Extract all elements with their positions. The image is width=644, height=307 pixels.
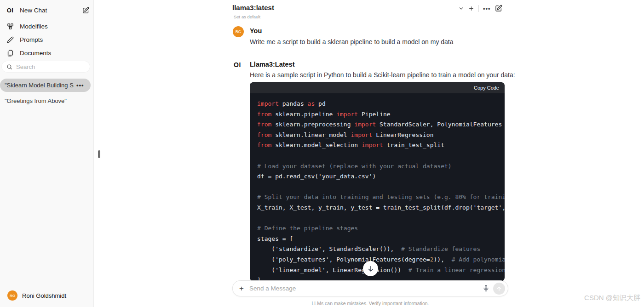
code-token: )), bbox=[434, 256, 452, 263]
watermark-text: CSDN @知识大胖 bbox=[584, 294, 640, 302]
code-block-header: Copy Code bbox=[250, 82, 505, 93]
code-token: ('poly_features', PolynomialFeatures(deg… bbox=[257, 256, 430, 263]
edit-new-chat-icon[interactable] bbox=[82, 7, 89, 14]
code-token: train_test_split bbox=[383, 142, 444, 148]
code-token: # Load your dataset (replace with your a… bbox=[257, 163, 452, 170]
header-divider bbox=[478, 5, 479, 12]
sidebar-item-documents[interactable]: Documents bbox=[0, 47, 94, 59]
code-token: import bbox=[336, 111, 358, 118]
app-window: OI New Chat Modelfiles Prompts Documents bbox=[0, 0, 644, 307]
code-token: import bbox=[351, 131, 373, 138]
code-token: ('linear_model', LinearRegression()) bbox=[257, 267, 408, 273]
code-block: Copy Code import pandas as pd from sklea… bbox=[250, 82, 505, 281]
user-profile-button[interactable]: RG Roni Goldshmidt bbox=[7, 290, 90, 301]
code-token: stages = [ bbox=[257, 235, 293, 242]
code-token: import bbox=[257, 100, 279, 107]
user-message-text: Write me a script to build a skleran pip… bbox=[250, 38, 454, 45]
code-token: from bbox=[257, 142, 271, 148]
code-token: # Split your data into training and test… bbox=[257, 193, 505, 200]
code-token: sklearn.preprocessing bbox=[271, 121, 354, 128]
scroll-to-bottom-button[interactable] bbox=[363, 261, 378, 276]
prompts-icon bbox=[6, 36, 15, 43]
sidebar-resize-handle[interactable] bbox=[98, 150, 100, 158]
code-token: StandardScaler, PolynomialFeatures bbox=[376, 121, 502, 128]
code-token: from bbox=[257, 121, 271, 128]
code-token: # Train a linear regression model bbox=[408, 267, 505, 273]
code-token: pandas bbox=[279, 100, 308, 107]
code-token: import bbox=[354, 121, 376, 128]
code-token: from bbox=[257, 111, 271, 118]
sidebar: OI New Chat Modelfiles Prompts Documents bbox=[0, 0, 94, 307]
send-message-button[interactable] bbox=[493, 283, 505, 295]
code-token: X_train, X_test, y_train, y_test = train… bbox=[257, 204, 505, 211]
assistant-message-intro: Here is a sample script in Python to bui… bbox=[250, 71, 515, 79]
code-token: sklearn.pipeline bbox=[271, 111, 336, 118]
edit-chat-icon[interactable] bbox=[495, 5, 502, 12]
add-model-icon[interactable] bbox=[468, 6, 474, 11]
code-token: df = pd.read_csv('your_data.csv') bbox=[257, 173, 376, 180]
model-selector[interactable]: llama3:latest bbox=[232, 4, 274, 11]
code-token: # Define the pipeline stages bbox=[257, 225, 358, 232]
code-token: as bbox=[308, 100, 315, 107]
assistant-message-avatar: OI bbox=[234, 61, 241, 68]
code-token: from bbox=[257, 131, 271, 138]
code-token: 2 bbox=[430, 256, 434, 263]
new-chat-button[interactable]: OI New Chat bbox=[0, 4, 94, 17]
message-composer: + bbox=[232, 280, 508, 296]
microphone-icon[interactable] bbox=[483, 285, 489, 292]
chat-item-menu-icon[interactable]: ••• bbox=[76, 82, 84, 89]
chat-history-item[interactable]: "Greetings from Above" bbox=[5, 97, 90, 105]
code-token: # Add polynomial features bbox=[452, 256, 505, 263]
sidebar-item-label: Modelfiles bbox=[20, 23, 48, 30]
attach-file-icon[interactable]: + bbox=[239, 284, 244, 292]
new-chat-label: New Chat bbox=[20, 7, 82, 14]
message-input[interactable] bbox=[249, 285, 483, 292]
code-content: import pandas as pd from sklearn.pipelin… bbox=[250, 93, 505, 281]
more-options-icon[interactable]: ••• bbox=[483, 5, 491, 12]
chat-history-item-selected[interactable]: "Sklearn Model Building Script" ••• bbox=[0, 79, 91, 92]
modelfiles-icon bbox=[6, 23, 15, 30]
openwebui-logo: OI bbox=[5, 7, 16, 14]
user-avatar: RG bbox=[7, 290, 17, 301]
set-as-default-link[interactable]: Set as default bbox=[234, 14, 260, 19]
code-token: LinearRegression bbox=[372, 131, 433, 138]
code-token: Pipeline bbox=[358, 111, 390, 118]
code-token: sklearn.model_selection bbox=[271, 142, 362, 148]
documents-icon bbox=[6, 50, 15, 57]
user-message-avatar: RG bbox=[233, 26, 244, 37]
code-token: pd bbox=[315, 100, 325, 107]
sidebar-item-modelfiles[interactable]: Modelfiles bbox=[0, 20, 94, 32]
code-token: import bbox=[362, 142, 383, 148]
code-token: sklearn.linear_model bbox=[271, 131, 351, 138]
sidebar-item-label: Prompts bbox=[20, 36, 43, 43]
chevron-down-icon[interactable] bbox=[458, 6, 464, 11]
user-message-name: You bbox=[250, 27, 262, 34]
search-bar[interactable] bbox=[2, 61, 90, 72]
sidebar-item-label: Documents bbox=[20, 50, 51, 57]
code-token: # Standardize features bbox=[401, 245, 480, 252]
code-token: ('standardize', StandardScaler()), bbox=[257, 245, 401, 252]
sidebar-item-prompts[interactable]: Prompts bbox=[0, 34, 94, 45]
assistant-message-name: Llama3:Latest bbox=[250, 61, 295, 68]
header-actions: ••• bbox=[458, 4, 502, 13]
copy-code-button[interactable]: Copy Code bbox=[474, 85, 499, 91]
chat-title: "Sklearn Model Building Script" bbox=[5, 82, 74, 89]
chat-title: "Greetings from Above" bbox=[5, 97, 90, 104]
search-icon bbox=[6, 64, 12, 70]
user-name: Roni Goldshmidt bbox=[22, 292, 66, 299]
search-input[interactable] bbox=[16, 63, 80, 70]
disclaimer-text: LLMs can make mistakes. Verify important… bbox=[232, 301, 508, 306]
